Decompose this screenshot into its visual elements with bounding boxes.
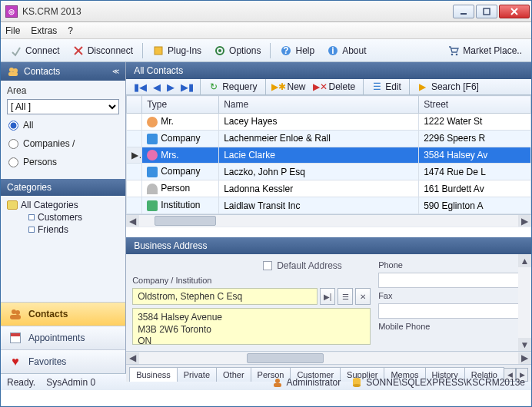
plugins-button[interactable]: Plug-Ins	[148, 43, 206, 58]
tree-friends[interactable]: Friends	[7, 223, 119, 236]
disconnect-button[interactable]: Disconnect	[68, 43, 138, 58]
calendar-icon	[8, 331, 22, 345]
company-input[interactable]: Oldstrom, Stephen C Esq	[132, 288, 318, 305]
cell-type: Person	[142, 180, 219, 197]
col-name[interactable]: Name	[219, 96, 419, 114]
svg-rect-17	[8, 72, 18, 76]
search-button[interactable]: ▶Search [F6]	[413, 80, 484, 94]
svg-point-19	[15, 310, 20, 315]
cell-street: 1222 Water St	[419, 114, 531, 131]
nav-first-icon[interactable]: ▮◀	[131, 81, 150, 93]
delete-icon: ▶✕	[315, 81, 326, 92]
connect-button[interactable]: Connect	[5, 43, 65, 58]
new-button[interactable]: ▶✱New	[269, 80, 311, 94]
status-server: SONNE\SQLEXPRESS\KSCRM2013e	[351, 377, 525, 388]
nav-prev-icon[interactable]: ◀	[150, 81, 164, 93]
clear-button[interactable]: ✕	[355, 288, 371, 305]
menu-extras[interactable]: Extras	[31, 25, 57, 36]
menu-file[interactable]: File	[5, 25, 20, 36]
close-button[interactable]	[499, 5, 530, 18]
scroll-right-icon[interactable]: ▶	[518, 352, 531, 364]
lookup-button[interactable]: ▶|	[320, 288, 335, 305]
detail-body: Default Address Company / Institution Ol…	[126, 254, 531, 351]
tab-business[interactable]: Business	[129, 367, 178, 382]
contacts-header[interactable]: Contacts ≪	[1, 62, 125, 81]
cell-name: Lacie Clarke	[219, 147, 419, 164]
scroll-up-icon[interactable]: ▲	[518, 254, 531, 267]
info-icon: i	[327, 45, 339, 57]
radio-persons[interactable]: Persons	[8, 154, 116, 170]
about-button[interactable]: i About	[322, 43, 371, 58]
address-textarea[interactable]: 3584 Halsey Avenue M3B 2W6 Toronto ON	[132, 308, 371, 345]
svg-text:i: i	[331, 45, 334, 56]
help-button[interactable]: ? Help	[275, 43, 319, 58]
cell-type: Company	[142, 164, 219, 180]
cell-street: 3584 Halsey Av	[419, 147, 531, 164]
minimize-button[interactable]	[453, 5, 474, 18]
form-button[interactable]: ☰	[337, 288, 353, 305]
cell-name: Laczko, John P Esq	[219, 164, 419, 180]
tab-other[interactable]: Other	[216, 367, 251, 382]
detail-title: Business Address	[126, 237, 531, 254]
table-row[interactable]: PersonLadonna Kessler161 Burdett Av	[127, 180, 531, 197]
status-sysadmin: SysAdmin 0	[46, 377, 95, 388]
table-row[interactable]: CompanyLaczko, John P Esq1474 Rue De L	[127, 164, 531, 180]
maximize-button[interactable]	[476, 5, 497, 18]
cell-name: Ladonna Kessler	[219, 180, 419, 197]
scroll-right-icon[interactable]: ▶	[518, 215, 531, 227]
table-row[interactable]: InstitutionLaidlaw Transit Inc590 Eglint…	[127, 197, 531, 214]
table-row[interactable]: CompanyLachenmeier Enloe & Rall2296 Spee…	[127, 130, 531, 147]
nav-favorites[interactable]: ♥ Favorites	[1, 349, 125, 373]
scroll-left-icon[interactable]: ◀	[126, 215, 139, 227]
detail-vscroll[interactable]: ▲ ▼	[518, 254, 531, 351]
col-type[interactable]: Type	[142, 96, 219, 114]
disconnect-label: Disconnect	[88, 45, 133, 56]
tree-root[interactable]: All Categories	[7, 199, 119, 211]
toolbar: Connect Disconnect Plug-Ins Options ? He…	[1, 39, 531, 62]
tree-customers[interactable]: Customers	[7, 211, 119, 223]
fax-label: Fax	[378, 291, 525, 300]
nav-last-icon[interactable]: ▶▮	[178, 81, 197, 93]
grid-hscroll[interactable]: ◀ ▶	[126, 214, 531, 227]
connect-label: Connect	[25, 45, 60, 56]
refresh-icon: ↻	[208, 81, 219, 92]
search-play-icon: ▶	[417, 81, 428, 92]
row-marker	[127, 130, 142, 147]
tab-private[interactable]: Private	[177, 367, 217, 382]
categories-header-label: Categories	[7, 182, 52, 193]
nav-appointments[interactable]: Appointments	[1, 326, 125, 349]
table-row[interactable]: Mr.Lacey Hayes1222 Water St	[127, 114, 531, 131]
categories-header[interactable]: Categories	[1, 179, 125, 196]
scroll-left-icon[interactable]: ◀	[126, 352, 139, 364]
radio-companies[interactable]: Companies /	[8, 136, 116, 151]
default-address-checkbox[interactable]: Default Address	[263, 260, 371, 271]
phone-input[interactable]	[378, 273, 525, 288]
nav-next-icon[interactable]: ▶	[164, 81, 178, 93]
left-panel: Contacts ≪ Area [ All ] All Companies / …	[1, 62, 126, 373]
type-icon	[147, 134, 158, 144]
user-icon	[272, 377, 283, 388]
delete-button[interactable]: ▶✕Delete	[311, 80, 361, 94]
options-button[interactable]: Options	[209, 43, 265, 58]
edit-button[interactable]: ☰Edit	[367, 80, 406, 94]
detail-hscroll[interactable]: ◀ ▶	[126, 351, 531, 364]
phone-label: Phone	[378, 260, 525, 270]
plugins-label: Plug-Ins	[168, 45, 201, 56]
nav-contacts[interactable]: Contacts	[1, 302, 125, 326]
svg-point-13	[451, 53, 454, 55]
area-select[interactable]: [ All ]	[7, 99, 119, 114]
marketplace-button[interactable]: Market Place..	[443, 43, 527, 58]
cell-street: 2296 Speers R	[419, 130, 531, 147]
col-street[interactable]: Street	[419, 96, 531, 114]
scroll-down-icon[interactable]: ▼	[518, 338, 531, 351]
menu-help[interactable]: ?	[68, 25, 73, 36]
fax-input[interactable]	[378, 303, 525, 319]
plugins-icon	[152, 45, 165, 57]
requery-button[interactable]: ↻Requery	[204, 80, 261, 94]
collapse-icon[interactable]: ≪	[112, 68, 119, 75]
table-row[interactable]: ▶Mrs.Lacie Clarke3584 Halsey Av	[127, 147, 531, 164]
mobile-label: Mobile Phone	[378, 322, 525, 331]
radio-all[interactable]: All	[8, 117, 116, 133]
contacts-header-icon	[7, 65, 19, 78]
options-label: Options	[229, 45, 261, 56]
